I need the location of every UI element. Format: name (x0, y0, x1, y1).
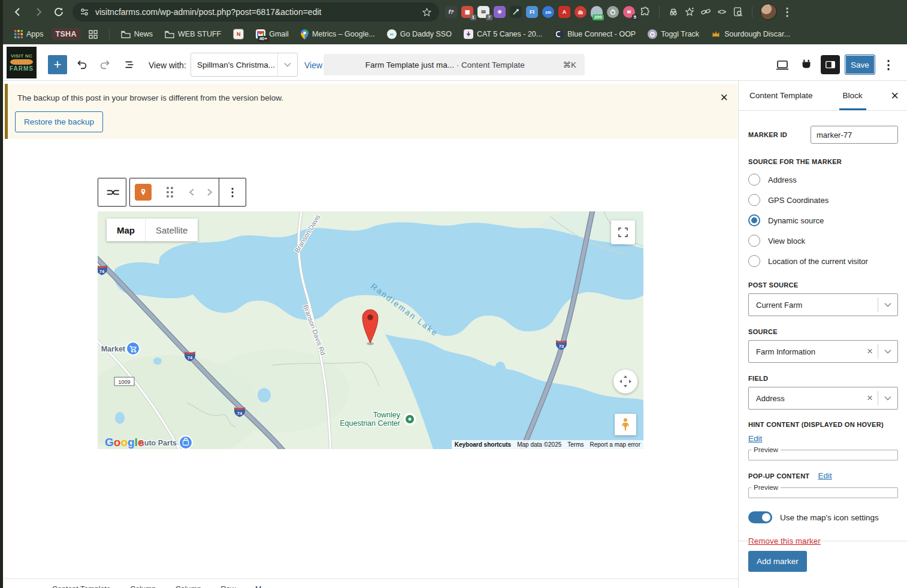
bookmark-grid-folder[interactable] (84, 28, 102, 41)
pan-control-icon[interactable] (613, 369, 637, 393)
notice-close-icon[interactable]: × (720, 90, 728, 105)
drag-handle[interactable] (156, 178, 183, 206)
radio-circle[interactable] (748, 235, 760, 247)
chevron-down-icon[interactable] (878, 349, 897, 354)
pdf-extension-icon[interactable]: A (558, 6, 570, 18)
map-block-icon[interactable] (130, 178, 156, 206)
gear-extension-icon[interactable]: ✳ (494, 6, 506, 18)
bookmark-godaddy[interactable]: ∞ Go Daddy SSO (383, 28, 456, 41)
terms-link[interactable]: Terms (564, 440, 586, 449)
block-options-kebab-icon[interactable]: ⋮ (219, 178, 246, 206)
breadcrumb-item[interactable]: M (255, 585, 261, 588)
reload-icon[interactable] (49, 2, 69, 22)
tab-content-template[interactable]: Content Template (739, 81, 824, 110)
bookmark-sparkle-icon[interactable] (684, 6, 696, 18)
avatar[interactable] (760, 4, 777, 20)
zoom-extension-icon[interactable]: zm (542, 6, 554, 18)
back-icon[interactable] (8, 2, 28, 22)
bookmark-n-site[interactable]: N (229, 27, 248, 41)
source-select[interactable]: Farm Information × (748, 340, 898, 363)
icon-settings-toggle[interactable] (748, 511, 772, 523)
extensions-puzzle-icon[interactable] (639, 6, 651, 18)
bookmark-metrics[interactable]: Metrics – Google... (297, 28, 379, 41)
add-marker-button[interactable]: Add marker (748, 551, 807, 572)
move-left-icon[interactable] (183, 178, 201, 206)
red-extension-icon[interactable]: ▦1 (461, 6, 473, 18)
bookmark-news[interactable]: News (117, 28, 157, 40)
view-link[interactable]: View (304, 60, 322, 70)
bookmark-star-icon[interactable] (422, 7, 432, 17)
radio-gps-coordinates[interactable]: GPS Coordinates (748, 194, 898, 206)
browser-menu-kebab-icon[interactable]: ⋮ (781, 6, 793, 18)
breadcrumb-item[interactable]: Column (176, 585, 201, 588)
breadcrumb-item[interactable]: Content Template (52, 585, 111, 588)
fullscreen-icon[interactable] (611, 220, 635, 244)
font-extension-icon[interactable]: f? (445, 6, 457, 18)
tab-block[interactable]: Block (832, 81, 873, 110)
code-icon[interactable]: <> (716, 6, 728, 18)
template-dropdown[interactable]: Spillman's Christma... (191, 53, 298, 77)
report-error-link[interactable]: Report a map error (587, 440, 643, 449)
bookmark-cat5[interactable]: CAT 5 Canes - 20... (459, 28, 546, 41)
radio-dynamic-source[interactable]: Dynamic source (748, 214, 898, 226)
list-view-button[interactable] (120, 55, 139, 74)
breadcrumb-item[interactable]: Column (130, 585, 156, 588)
radio-circle[interactable] (748, 255, 760, 267)
command-palette[interactable]: Farm Template just ma... · Content Templ… (324, 54, 585, 75)
url-bar[interactable]: visitncfarms.com/wp-admin/post.php?post=… (72, 2, 439, 22)
incognito-icon[interactable] (667, 6, 679, 18)
bookmark-sourdough[interactable]: Sourdough Discar... (707, 28, 794, 41)
bookmark-web-stuff[interactable]: WEB STUFF (161, 28, 225, 40)
site-logo[interactable]: VISIT NC FARMS (7, 47, 37, 78)
chevron-down-icon[interactable] (878, 396, 897, 401)
move-right-icon[interactable] (201, 178, 219, 206)
search-page-icon[interactable] (732, 6, 744, 18)
field-select[interactable]: Address × (748, 387, 898, 410)
forward-icon[interactable] (28, 2, 49, 22)
undo-button[interactable] (72, 55, 91, 74)
pegman-icon[interactable] (615, 414, 636, 435)
hint-edit-link[interactable]: Edit (748, 434, 762, 443)
popup-edit-link[interactable]: Edit (818, 471, 832, 480)
link-icon[interactable] (700, 6, 712, 18)
counter-extension-icon[interactable]: 200 (591, 6, 603, 18)
keyboard-shortcuts-link[interactable]: Keyboard shortcuts (452, 440, 514, 449)
icon-settings-toggle-row[interactable]: Use the map's icon settings (748, 511, 898, 523)
bookmark-toggl[interactable]: Toggl Track (643, 28, 703, 41)
hand-extension-icon[interactable] (575, 6, 586, 18)
plugin-icon[interactable] (797, 55, 816, 74)
editor-options-kebab-icon[interactable]: ⋮ (880, 57, 894, 72)
bookmark-blue-connect[interactable]: Blue Connect - OOP (550, 28, 640, 41)
url-text[interactable]: visitncfarms.com/wp-admin/post.php?post=… (95, 7, 416, 17)
map-type-satellite-button[interactable]: Satellite (145, 219, 198, 241)
power-extension-icon[interactable] (607, 6, 619, 18)
bookmark-gmail[interactable]: 40+ Gmail (252, 28, 293, 41)
eyedropper-extension-icon[interactable] (510, 6, 522, 18)
breadcrumb-item[interactable]: Row (220, 585, 235, 588)
clear-icon[interactable]: × (862, 345, 878, 357)
radio-circle-selected[interactable] (748, 214, 760, 226)
site-info-icon[interactable] (80, 7, 89, 17)
select-parent-block-button[interactable]: ⊃⊂ (98, 178, 126, 207)
radio-circle[interactable] (748, 174, 760, 186)
mail-extension-icon[interactable]: ✉? (477, 6, 489, 18)
chevron-down-icon[interactable] (878, 302, 897, 307)
radio-address[interactable]: Address (748, 174, 898, 186)
post-source-select[interactable]: Current Farm (748, 293, 898, 316)
marker-id-input[interactable] (811, 126, 898, 144)
sidebar-close-icon[interactable]: × (891, 88, 899, 104)
block-inserter-button[interactable]: + (48, 55, 67, 74)
radio-view-block[interactable]: View block (748, 235, 898, 247)
fi-extension-icon[interactable]: FI (526, 6, 538, 18)
redo-button[interactable] (96, 55, 115, 74)
bookmark-tsha[interactable]: TSHA (52, 28, 81, 40)
radio-current-visitor-location[interactable]: Location of the current visitor (748, 255, 898, 267)
google-map[interactable]: 74 74 74 73 1009 Branson Davis Branson D… (98, 211, 643, 449)
bookmark-apps[interactable]: Apps (10, 28, 48, 40)
preview-device-icon[interactable] (773, 55, 792, 74)
radio-circle[interactable] (748, 194, 760, 206)
pink-extension-icon[interactable]: ≋5 (623, 6, 635, 18)
clear-icon[interactable]: × (862, 392, 878, 404)
map-type-map-button[interactable]: Map (107, 219, 145, 241)
settings-sidebar-toggle[interactable] (821, 55, 840, 74)
